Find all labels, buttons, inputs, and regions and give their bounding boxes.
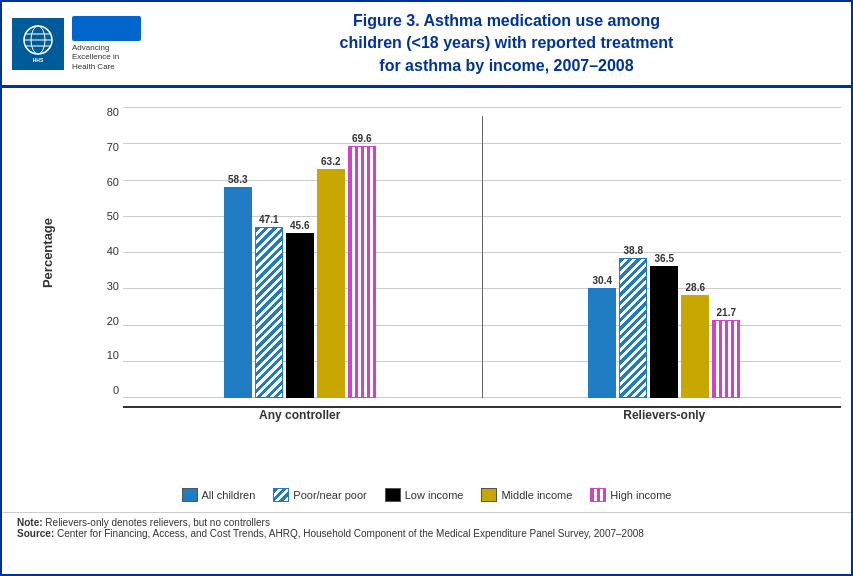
bar-group-relievers: 30.4 38.8 36.5 (488, 245, 842, 399)
page-container: HHS AHRQ AdvancingExcellence inHealth Ca… (0, 0, 853, 576)
bar-wrapper-ro-low: 36.5 (650, 253, 678, 398)
bar-ac-low (286, 233, 314, 398)
legend-swatch-poor (273, 488, 289, 502)
y-tick-30: 30 (107, 280, 119, 292)
bar-wrapper-ro-poor: 38.8 (619, 245, 647, 399)
bar-ac-all (224, 187, 252, 398)
title-area: Figure 3. Asthma medication use among ch… (172, 10, 841, 77)
bar-wrapper-ac-low: 45.6 (286, 220, 314, 398)
legend-item-middle: Middle income (481, 488, 572, 502)
bar-ro-all (588, 288, 616, 398)
group-divider (482, 116, 483, 398)
legend-item-high: High income (590, 488, 671, 502)
legend-item-poor: Poor/near poor (273, 488, 366, 502)
bar-ro-low (650, 266, 678, 398)
bar-wrapper-ro-middle: 28.6 (681, 282, 709, 399)
header: HHS AHRQ AdvancingExcellence inHealth Ca… (2, 2, 851, 88)
legend: All children Poor/near poor Low income M… (2, 482, 851, 508)
legend-swatch-high (590, 488, 606, 502)
source-line: Source: Center for Financing, Access, an… (17, 528, 836, 539)
bar-value-ro-poor: 38.8 (624, 245, 643, 256)
bar-wrapper-ro-high: 21.7 (712, 307, 740, 399)
legend-label-all: All children (202, 489, 256, 501)
y-tick-70: 70 (107, 141, 119, 153)
legend-swatch-low (385, 488, 401, 502)
source-label: Source: (17, 528, 54, 539)
legend-label-middle: Middle income (501, 489, 572, 501)
bar-value-ac-middle: 63.2 (321, 156, 340, 167)
y-tick-0: 0 (113, 384, 119, 396)
bar-ac-high (348, 146, 376, 398)
legend-swatch-all (182, 488, 198, 502)
bar-group-any-controller: 58.3 47.1 45.6 (123, 133, 477, 398)
svg-text:HHS: HHS (33, 57, 44, 63)
y-tick-80: 80 (107, 106, 119, 118)
y-axis-label: Percentage (40, 218, 55, 288)
ahrq-sub: AdvancingExcellence inHealth Care (72, 43, 119, 72)
plot-area: 58.3 47.1 45.6 (123, 98, 841, 408)
bar-ac-poor (255, 227, 283, 398)
bar-ro-middle (681, 295, 709, 399)
logo-area: HHS AHRQ AdvancingExcellence inHealth Ca… (12, 16, 172, 72)
footer: Note: Relievers-only denotes relievers, … (2, 512, 851, 543)
bar-value-ro-middle: 28.6 (686, 282, 705, 293)
y-tick-60: 60 (107, 176, 119, 188)
y-tick-50: 50 (107, 210, 119, 222)
legend-swatch-middle (481, 488, 497, 502)
x-axis-line (123, 406, 841, 408)
bar-wrapper-ac-high: 69.6 (348, 133, 376, 398)
legend-item-low: Low income (385, 488, 464, 502)
bar-wrapper-ac-all: 58.3 (224, 174, 252, 398)
legend-item-all: All children (182, 488, 256, 502)
bar-value-ac-all: 58.3 (228, 174, 247, 185)
y-tick-10: 10 (107, 349, 119, 361)
chart-container: Percentage 80 70 60 50 40 30 20 10 0 (2, 88, 851, 478)
note-line: Note: Relievers-only denotes relievers, … (17, 517, 836, 528)
bar-ro-poor (619, 258, 647, 399)
bar-value-ac-low: 45.6 (290, 220, 309, 231)
bar-ac-middle (317, 169, 345, 398)
bar-value-ro-high: 21.7 (717, 307, 736, 318)
bar-wrapper-ro-all: 30.4 (588, 275, 616, 398)
ahrq-text: AHRQ (77, 17, 136, 39)
bar-ro-high (712, 320, 740, 399)
source-text: Center for Financing, Access, and Cost T… (57, 528, 644, 539)
legend-label-high: High income (610, 489, 671, 501)
bar-value-ro-low: 36.5 (655, 253, 674, 264)
legend-label-low: Low income (405, 489, 464, 501)
hhs-logo: HHS (12, 18, 64, 70)
bar-value-ac-high: 69.6 (352, 133, 371, 144)
x-label-relievers: Relievers-only (488, 408, 842, 422)
bar-value-ro-all: 30.4 (593, 275, 612, 286)
bar-value-ac-poor: 47.1 (259, 214, 278, 225)
note-label: Note: (17, 517, 43, 528)
chart-title: Figure 3. Asthma medication use among ch… (172, 10, 841, 77)
legend-label-poor: Poor/near poor (293, 489, 366, 501)
bars-area: 58.3 47.1 45.6 (123, 108, 841, 398)
y-tick-40: 40 (107, 245, 119, 257)
x-label-any-controller: Any controller (123, 408, 477, 422)
bar-wrapper-ac-poor: 47.1 (255, 214, 283, 398)
note-text: Relievers-only denotes relievers, but no… (45, 517, 270, 528)
x-labels: Any controller Relievers-only (123, 408, 841, 422)
ahrq-logo: AHRQ AdvancingExcellence inHealth Care (72, 16, 141, 72)
y-tick-20: 20 (107, 315, 119, 327)
bar-wrapper-ac-middle: 63.2 (317, 156, 345, 398)
